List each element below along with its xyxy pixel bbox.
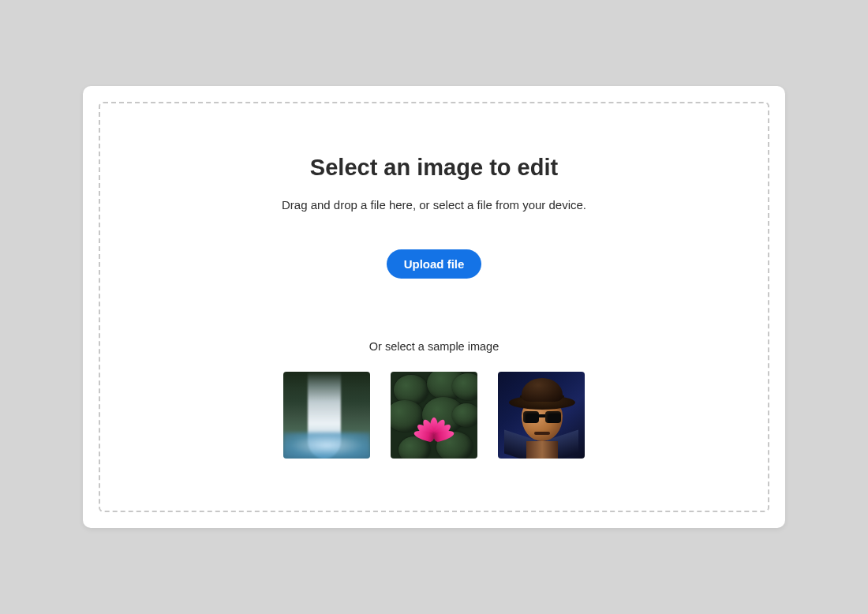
subtitle-text: Drag and drop a file here, or select a f…: [282, 198, 586, 212]
upload-file-button[interactable]: Upload file: [387, 249, 482, 279]
sample-image-portrait[interactable]: [498, 372, 585, 459]
sample-image-waterfall[interactable]: [283, 372, 370, 459]
dropzone[interactable]: Select an image to edit Drag and drop a …: [99, 102, 769, 512]
upload-card: Select an image to edit Drag and drop a …: [83, 86, 785, 528]
sample-label: Or select a sample image: [369, 340, 499, 353]
sample-images-row: [283, 372, 585, 459]
page-title: Select an image to edit: [310, 155, 558, 181]
sample-image-lotus[interactable]: [391, 372, 477, 459]
